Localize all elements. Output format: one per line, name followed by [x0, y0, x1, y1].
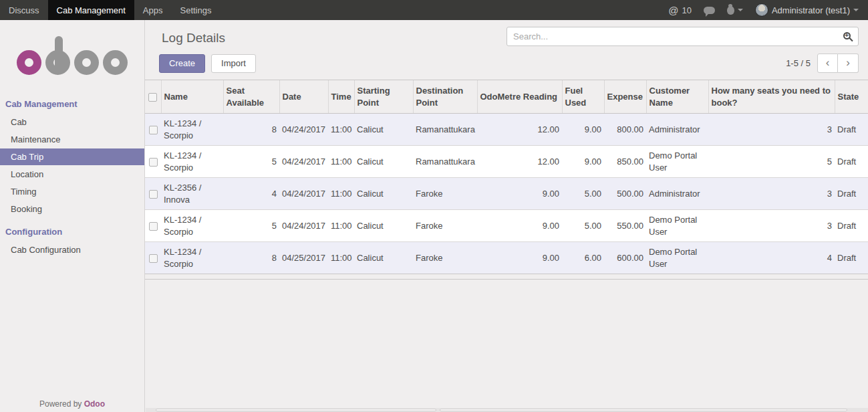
- table-row[interactable]: KL-2356 / Innova404/24/201711:00CalicutF…: [145, 178, 868, 210]
- cell-customer-name[interactable]: Demo Portal User: [646, 146, 708, 178]
- col-header-state[interactable]: State: [835, 80, 868, 114]
- cell-starting-point[interactable]: Calicut: [354, 114, 413, 146]
- cell-name[interactable]: KL-1234 / Scorpio: [161, 242, 223, 274]
- cell-destination-point[interactable]: Ramanattukara: [413, 146, 477, 178]
- sidebar-item-cab-configuration[interactable]: Cab Configuration: [0, 241, 144, 258]
- cell-odometre-reading[interactable]: 9.00: [477, 178, 562, 210]
- horizontal-scrollbar[interactable]: [146, 408, 868, 412]
- col-header-name[interactable]: Name: [161, 80, 223, 114]
- col-header-customer-name[interactable]: Customer Name: [646, 80, 708, 114]
- cell-state[interactable]: Draft: [835, 210, 868, 242]
- cell-destination-point[interactable]: Ramanattukara: [413, 114, 477, 146]
- cell-time[interactable]: 11:00: [328, 242, 354, 274]
- mention-counter[interactable]: @ 10: [668, 5, 692, 16]
- cell-customer-name[interactable]: Administrator: [646, 114, 708, 146]
- search-magnifier-icon[interactable]: [843, 32, 851, 39]
- cell-name[interactable]: KL-2356 / Innova: [161, 178, 223, 210]
- cell-name[interactable]: KL-1234 / Scorpio: [161, 146, 223, 178]
- odoo-brand-link[interactable]: Odoo: [84, 399, 105, 409]
- cell-seats-needed[interactable]: 3: [708, 210, 835, 242]
- cell-destination-point[interactable]: Faroke: [413, 178, 477, 210]
- cell-fuel-used[interactable]: 5.00: [562, 210, 604, 242]
- cell-date[interactable]: 04/24/2017: [279, 178, 328, 210]
- cell-seat-available[interactable]: 8: [223, 242, 279, 274]
- col-header-seat-available[interactable]: Seat Available: [223, 80, 279, 114]
- col-header-time[interactable]: Time: [328, 80, 354, 114]
- col-header-expense[interactable]: Expense: [604, 80, 646, 114]
- cell-seats-needed[interactable]: 3: [708, 114, 835, 146]
- nav-item-discuss[interactable]: Discuss: [0, 0, 48, 20]
- cell-fuel-used[interactable]: 9.00: [562, 114, 604, 146]
- cell-seat-available[interactable]: 5: [223, 210, 279, 242]
- cell-time[interactable]: 11:00: [328, 210, 354, 242]
- cell-expense[interactable]: 500.00: [604, 178, 646, 210]
- cell-seat-available[interactable]: 4: [223, 178, 279, 210]
- sidebar-item-booking[interactable]: Booking: [0, 201, 144, 217]
- cell-name[interactable]: KL-1234 / Scorpio: [161, 210, 223, 242]
- cell-starting-point[interactable]: Calicut: [354, 146, 413, 178]
- search-input[interactable]: [507, 27, 859, 46]
- cell-state[interactable]: Draft: [835, 178, 868, 210]
- sidebar-item-location[interactable]: Location: [0, 166, 144, 183]
- cell-seat-available[interactable]: 8: [223, 114, 279, 146]
- col-header-date[interactable]: Date: [279, 80, 328, 114]
- debug-menu[interactable]: [727, 6, 743, 15]
- cell-fuel-used[interactable]: 5.00: [562, 178, 604, 210]
- cell-name[interactable]: KL-1234 / Scorpio: [161, 114, 223, 146]
- cell-destination-point[interactable]: Faroke: [413, 242, 477, 274]
- cell-time[interactable]: 11:00: [328, 146, 354, 178]
- table-row[interactable]: KL-1234 / Scorpio504/24/201711:00Calicut…: [145, 146, 868, 178]
- cell-date[interactable]: 04/24/2017: [279, 146, 328, 178]
- cell-state[interactable]: Draft: [835, 242, 868, 274]
- col-header-starting-point[interactable]: Starting Point: [354, 80, 413, 114]
- col-header-seats-needed[interactable]: How many seats you need to book?: [708, 80, 835, 114]
- table-row[interactable]: KL-1234 / Scorpio504/24/201711:00Calicut…: [145, 210, 868, 242]
- cell-seats-needed[interactable]: 3: [708, 178, 835, 210]
- scrollbar-thumb[interactable]: [440, 409, 847, 411]
- cell-customer-name[interactable]: Administrator: [646, 178, 708, 210]
- cell-starting-point[interactable]: Calicut: [354, 242, 413, 274]
- sidebar-item-cab-trip[interactable]: Cab Trip: [0, 148, 144, 165]
- user-menu[interactable]: Administrator (test1): [755, 3, 859, 17]
- cell-date[interactable]: 04/25/2017: [279, 242, 328, 274]
- cell-time[interactable]: 11:00: [328, 178, 354, 210]
- row-checkbox[interactable]: [149, 190, 158, 199]
- cell-starting-point[interactable]: Calicut: [354, 210, 413, 242]
- table-row[interactable]: KL-1234 / Scorpio804/25/201711:00Calicut…: [145, 242, 868, 274]
- cell-date[interactable]: 04/24/2017: [279, 114, 328, 146]
- col-header-fuel-used[interactable]: Fuel Used: [562, 80, 604, 114]
- cell-customer-name[interactable]: Demo Portal User: [646, 242, 708, 274]
- select-all-checkbox[interactable]: [148, 93, 157, 102]
- table-row[interactable]: KL-1234 / Scorpio804/24/201711:00Calicut…: [145, 114, 868, 146]
- cell-expense[interactable]: 600.00: [604, 242, 646, 274]
- create-button[interactable]: Create: [159, 54, 205, 73]
- cell-expense[interactable]: 550.00: [604, 210, 646, 242]
- cell-seat-available[interactable]: 5: [223, 146, 279, 178]
- col-header-destination-point[interactable]: Destination Point: [413, 80, 477, 114]
- cell-starting-point[interactable]: Calicut: [354, 178, 413, 210]
- cell-customer-name[interactable]: Demo Portal User: [646, 210, 708, 242]
- cell-seats-needed[interactable]: 4: [708, 242, 835, 274]
- sidebar-item-cab[interactable]: Cab: [0, 114, 144, 130]
- scrollbar-thumb[interactable]: [156, 409, 436, 411]
- cell-odometre-reading[interactable]: 12.00: [477, 146, 562, 178]
- pager-next-button[interactable]: ›: [838, 54, 859, 73]
- cell-time[interactable]: 11:00: [328, 114, 354, 146]
- nav-item-apps[interactable]: Apps: [134, 0, 172, 20]
- nav-item-settings[interactable]: Settings: [172, 0, 221, 20]
- sidebar-item-timing[interactable]: Timing: [0, 183, 144, 200]
- sidebar-item-maintenance[interactable]: Maintenance: [0, 131, 144, 148]
- messages-icon[interactable]: [704, 7, 715, 14]
- cell-date[interactable]: 04/24/2017: [279, 210, 328, 242]
- cell-fuel-used[interactable]: 6.00: [562, 242, 604, 274]
- cell-expense[interactable]: 800.00: [604, 114, 646, 146]
- cell-odometre-reading[interactable]: 9.00: [477, 242, 562, 274]
- cell-expense[interactable]: 850.00: [604, 146, 646, 178]
- row-checkbox[interactable]: [149, 254, 158, 263]
- row-checkbox[interactable]: [149, 158, 158, 167]
- pager-previous-button[interactable]: ‹: [817, 54, 838, 73]
- col-header-odometre-reading[interactable]: OdoMetre Reading: [477, 80, 562, 114]
- cell-seats-needed[interactable]: 5: [708, 146, 835, 178]
- cell-state[interactable]: Draft: [835, 146, 868, 178]
- cell-state[interactable]: Draft: [835, 114, 868, 146]
